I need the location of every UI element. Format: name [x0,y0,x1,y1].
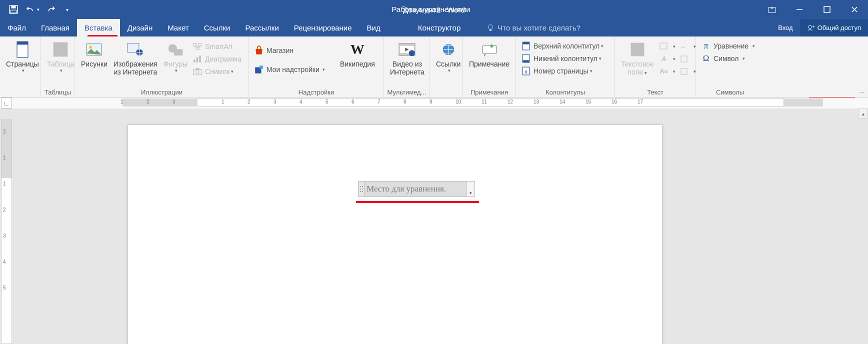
pages-button[interactable]: Страницы ▾ [3,38,42,85]
tab-references[interactable]: Ссылки [196,19,238,36]
dropcap-button[interactable]: A≡▾ [657,65,678,78]
page-number-button[interactable]: #Номер страницы▾ [519,64,594,77]
group-text-label: Текст [615,86,696,98]
group-illustrations-label: Иллюстрации [75,86,248,98]
object-button[interactable]: ▾ [678,65,698,78]
comment-icon [482,42,498,56]
quick-parts-button[interactable]: ▾ [657,40,678,52]
document-page[interactable]: Место для уравнения. ▾ [128,124,662,344]
omega-icon: Ω [703,54,710,64]
tab-mailings[interactable]: Рассылки [238,19,286,36]
tab-selector-button[interactable]: ∟ [1,98,12,108]
link-icon [440,42,456,56]
tab-review[interactable]: Рецензирование [286,19,360,36]
svg-point-25 [196,70,200,74]
table-button[interactable]: Таблица ▾ [44,38,78,85]
svg-rect-30 [400,44,416,46]
equation-handle[interactable] [358,181,364,197]
links-button[interactable]: Ссылки ▾ [433,38,464,85]
chart-button[interactable]: Диаграмма [190,52,244,65]
tab-home[interactable]: Главная [34,19,77,36]
group-media: Видео изИнтернета Мультимед... [384,36,430,98]
footer-button[interactable]: Нижний колонтитул▾ [519,52,604,64]
group-symbols: πУравнение▾ ΩСимвол▾ Символы [696,36,764,98]
wordart-icon: A [662,55,666,62]
tab-insert[interactable]: Вставка [77,19,120,36]
minimize-icon [796,6,803,13]
undo-button[interactable]: ▾ [23,0,42,19]
screenshot-button[interactable]: Снимок▾ [190,65,244,78]
svg-rect-45 [681,68,687,74]
svg-point-8 [808,26,812,28]
footer-icon [522,54,530,63]
pictures-button[interactable]: Рисунки [78,38,110,85]
horizontal-ruler[interactable]: 3211234567891011121314151617 [122,98,823,108]
minimize-button[interactable] [786,0,813,19]
customize-qat-button[interactable]: ▾ [61,0,73,19]
tellme-box[interactable]: Что вы хотите сделать? [476,19,771,36]
svg-point-47 [362,186,363,187]
symbol-button[interactable]: ΩСимвол▾ [699,52,747,64]
group-tables-label: Таблицы [41,86,74,98]
share-button[interactable]: Общий доступ [800,19,868,36]
ribbon-display-options-button[interactable] [758,0,786,19]
equation-button[interactable]: πУравнение▾ [699,40,757,52]
signature-icon [680,42,689,50]
close-button[interactable] [840,0,868,19]
save-button[interactable] [4,0,23,19]
store-button[interactable]: Магазин [252,41,337,60]
collapse-ribbon-button[interactable]: ︿ [860,88,865,96]
svg-rect-36 [522,42,530,44]
maximize-button[interactable] [813,0,840,19]
equation-placeholder-box[interactable]: Место для уравнения. ▾ [358,181,475,197]
online-video-button[interactable]: Видео изИнтернета [387,38,428,85]
quickparts-icon [660,42,668,50]
group-addins-label: Надстройки [249,86,384,98]
svg-rect-28 [260,66,263,69]
lightbulb-icon [486,24,494,32]
datetime-button[interactable] [678,52,698,65]
store-icon [254,46,264,56]
signature-button[interactable]: ▾ [678,40,698,52]
smartart-button[interactable]: SmartArt [190,40,244,52]
vertical-ruler[interactable]: 2112345 [1,120,12,344]
signin-button[interactable]: Вход [771,19,800,36]
svg-rect-2 [10,10,16,13]
wikipedia-button[interactable]: W Википедия [337,38,378,85]
tab-design[interactable]: Дизайн [120,19,160,36]
tab-layout[interactable]: Макет [160,19,196,36]
svg-rect-19 [198,44,202,46]
share-label: Общий доступ [818,24,861,32]
redo-button[interactable] [42,0,61,19]
equation-placeholder-text[interactable]: Место для уравнения. [364,181,466,197]
textbox-icon: A [630,42,644,56]
wordart-button[interactable]: A▾ [657,52,678,65]
myaddins-button[interactable]: Мои надстройки▾ [252,60,337,79]
shapes-button[interactable]: Фигуры ▾ [160,38,190,85]
picture-icon [86,42,102,56]
scroll-up-button[interactable]: ▴ [858,108,868,118]
datetime-icon [680,55,689,63]
pagenum-icon: # [522,66,530,76]
textbox-button[interactable]: A Текстовоеполе▾ [618,38,657,85]
svg-rect-11 [54,42,68,56]
svg-rect-22 [196,57,198,62]
tab-file[interactable]: Файл [0,19,34,36]
tab-view[interactable]: Вид [360,19,388,36]
comment-button[interactable]: Примечание [466,38,512,85]
svg-rect-26 [196,68,200,70]
group-headerfooter-label: Колонтитулы [516,86,614,98]
redo-icon [47,5,56,14]
header-button[interactable]: Верхний колонтитул▾ [519,40,606,52]
svg-point-32 [409,50,415,56]
svg-rect-5 [824,6,830,12]
shapes-icon [168,42,184,57]
chart-icon [193,55,202,63]
tab-constructor[interactable]: Конструктор [403,19,476,36]
online-pictures-icon [127,42,144,57]
maximize-icon [824,6,830,13]
online-pictures-button[interactable]: Изображенияиз Интернета [110,38,160,85]
group-comments: Примечание Примечания [463,36,516,98]
svg-point-50 [360,191,361,192]
equation-options-button[interactable]: ▾ [466,181,475,197]
